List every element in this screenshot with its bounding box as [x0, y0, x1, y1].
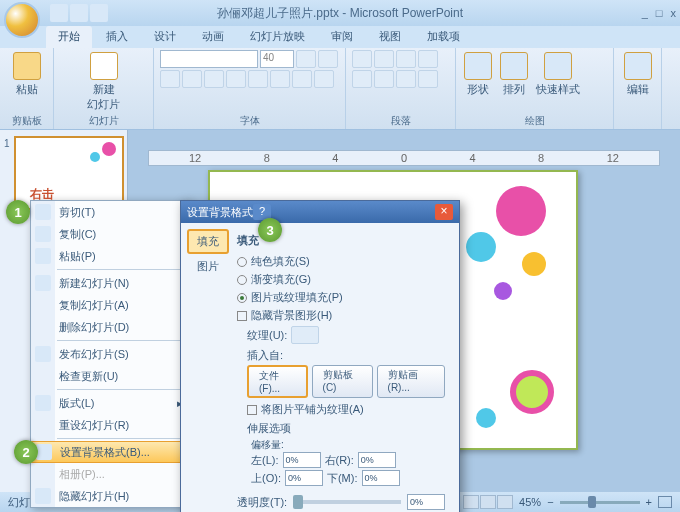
qat-save-icon[interactable]	[50, 4, 68, 22]
ruler-tick: 4	[470, 152, 476, 164]
check-tile[interactable]: 将图片平铺为纹理(A)	[247, 402, 445, 417]
slide-number: 1	[4, 138, 10, 149]
texture-picker[interactable]	[291, 326, 319, 344]
texture-label: 纹理(U):	[247, 328, 287, 343]
radio-gradient[interactable]: 渐变填充(G)	[237, 272, 445, 287]
numbering-icon[interactable]	[374, 50, 394, 68]
new-slide-button[interactable]: 新建 幻灯片	[60, 50, 147, 114]
menu-publish[interactable]: 发布幻灯片(S)	[31, 343, 189, 365]
indent-dec-icon[interactable]	[396, 50, 416, 68]
qat-redo-icon[interactable]	[90, 4, 108, 22]
menu-copy[interactable]: 复制(C)	[31, 223, 189, 245]
normal-view-icon[interactable]	[463, 495, 479, 509]
menu-format-background[interactable]: 设置背景格式(B)...	[31, 441, 189, 463]
font-group-label: 字体	[154, 114, 345, 128]
case-icon[interactable]	[292, 70, 312, 88]
left-spinner[interactable]: 0%	[283, 452, 321, 468]
bold-icon[interactable]	[160, 70, 180, 88]
tab-review[interactable]: 审阅	[319, 26, 365, 48]
tab-design[interactable]: 设计	[142, 26, 188, 48]
slideshow-view-icon[interactable]	[497, 495, 513, 509]
underline-icon[interactable]	[204, 70, 224, 88]
menu-hide[interactable]: 隐藏幻灯片(H)	[31, 485, 189, 507]
edit-label: 编辑	[627, 82, 649, 97]
radio-icon	[237, 293, 247, 303]
grow-font-icon[interactable]	[296, 50, 316, 68]
new-slide-icon	[90, 52, 118, 80]
file-button[interactable]: 文件(F)...	[247, 365, 308, 398]
thumb-deco-icon	[90, 152, 100, 162]
dialog-tab-picture[interactable]: 图片	[187, 256, 229, 277]
close-button[interactable]: x	[671, 7, 677, 19]
shadow-icon[interactable]	[248, 70, 268, 88]
right-spinner[interactable]: 0%	[358, 452, 396, 468]
tab-slideshow[interactable]: 幻灯片放映	[238, 26, 317, 48]
zoom-in-icon[interactable]: +	[646, 496, 652, 508]
radio-picture[interactable]: 图片或纹理填充(P)	[237, 290, 445, 305]
ruler-tick: 4	[332, 152, 338, 164]
deco-ring-icon	[510, 370, 554, 414]
minimize-button[interactable]: _	[642, 7, 648, 19]
strike-icon[interactable]	[226, 70, 246, 88]
stretch-label: 伸展选项	[247, 421, 445, 436]
paste-button[interactable]: 粘贴	[6, 50, 47, 99]
tab-animation[interactable]: 动画	[190, 26, 236, 48]
menu-reset[interactable]: 重设幻灯片(R)	[31, 414, 189, 436]
menu-check[interactable]: 检查更新(U)	[31, 365, 189, 387]
top-spinner[interactable]: 0%	[285, 470, 323, 486]
menu-dup-slide[interactable]: 复制幻灯片(A)	[31, 294, 189, 316]
radio-solid[interactable]: 纯色填充(S)	[237, 254, 445, 269]
edit-button[interactable]: 编辑	[620, 50, 655, 99]
quick-styles-button[interactable]: 快速样式	[534, 50, 582, 99]
sorter-view-icon[interactable]	[480, 495, 496, 509]
menu-new-slide[interactable]: 新建幻灯片(N)	[31, 272, 189, 294]
ruler-tick: 0	[401, 152, 407, 164]
shapes-button[interactable]: 形状	[462, 50, 494, 99]
maximize-button[interactable]: □	[656, 7, 663, 19]
align-left-icon[interactable]	[352, 70, 372, 88]
menu-layout[interactable]: 版式(L)▸	[31, 392, 189, 414]
shrink-font-icon[interactable]	[318, 50, 338, 68]
dialog-tab-fill[interactable]: 填充	[187, 229, 229, 254]
transparency-spinner[interactable]: 0%	[407, 494, 445, 510]
transparency-slider[interactable]	[293, 500, 401, 504]
clipart-button[interactable]: 剪贴画(R)...	[377, 365, 445, 398]
tab-addins[interactable]: 加载项	[415, 26, 472, 48]
menu-album[interactable]: 相册(P)...	[31, 463, 189, 485]
indent-inc-icon[interactable]	[418, 50, 438, 68]
font-family-select[interactable]	[160, 50, 258, 68]
quick-label: 快速样式	[536, 82, 580, 97]
italic-icon[interactable]	[182, 70, 202, 88]
zoom-level[interactable]: 45%	[519, 496, 541, 508]
tab-insert[interactable]: 插入	[94, 26, 140, 48]
group-slides: 新建 幻灯片 幻灯片	[54, 48, 154, 129]
bullets-icon[interactable]	[352, 50, 372, 68]
bottom-spinner[interactable]: 0%	[362, 470, 400, 486]
menu-cut[interactable]: 剪切(T)	[31, 201, 189, 223]
radio-label: 渐变填充(G)	[251, 272, 311, 287]
quick-icon	[544, 52, 572, 80]
clipboard-button[interactable]: 剪贴板(C)	[312, 365, 373, 398]
qat-undo-icon[interactable]	[70, 4, 88, 22]
align-center-icon[interactable]	[374, 70, 394, 88]
tab-home[interactable]: 开始	[46, 26, 92, 48]
fit-icon[interactable]	[658, 496, 672, 508]
spacing-icon[interactable]	[270, 70, 290, 88]
zoom-slider[interactable]	[560, 501, 640, 504]
dialog-titlebar[interactable]: 设置背景格式 ? ×	[181, 201, 459, 223]
font-size-select[interactable]: 40	[260, 50, 294, 68]
arrange-label: 排列	[503, 82, 525, 97]
office-button[interactable]	[4, 2, 40, 38]
tab-view[interactable]: 视图	[367, 26, 413, 48]
menu-paste[interactable]: 粘贴(P)	[31, 245, 189, 267]
menu-del-slide[interactable]: 删除幻灯片(D)	[31, 316, 189, 338]
columns-icon[interactable]	[418, 70, 438, 88]
check-hide-bg[interactable]: 隐藏背景图形(H)	[237, 308, 445, 323]
ribbon: 粘贴 剪贴板 新建 幻灯片 幻灯片 40 字体 段	[0, 48, 680, 130]
font-color-icon[interactable]	[314, 70, 334, 88]
zoom-out-icon[interactable]: −	[547, 496, 553, 508]
align-right-icon[interactable]	[396, 70, 416, 88]
arrange-button[interactable]: 排列	[498, 50, 530, 99]
dialog-close-icon[interactable]: ×	[435, 204, 453, 220]
dialog-title: 设置背景格式	[187, 205, 253, 220]
